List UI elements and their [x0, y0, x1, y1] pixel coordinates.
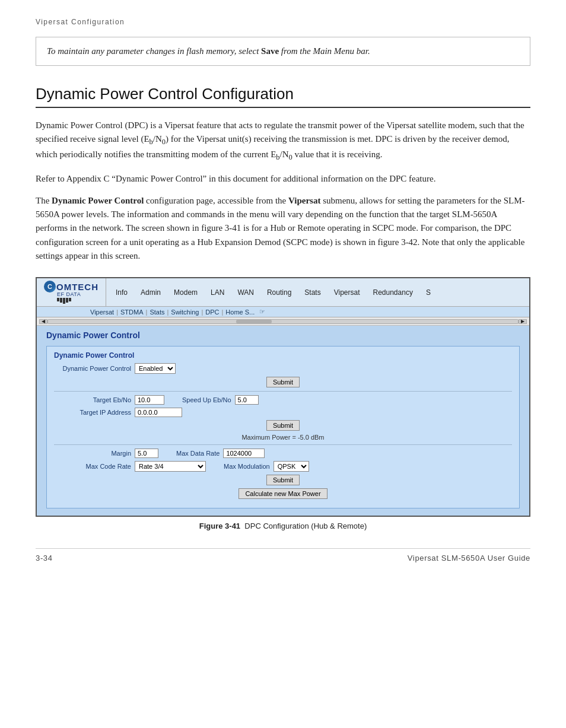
nav-item-vipersat[interactable]: Vipersat	[328, 285, 366, 300]
max-code-rate-select[interactable]: Rate 1/2 Rate 3/4 Rate 7/8	[135, 461, 206, 472]
notice-text-after: from the Main Menu bar.	[279, 46, 370, 56]
max-power-text: Maximum Power = -5.0 dBm	[54, 434, 512, 441]
comtech-bar-4	[66, 298, 68, 303]
nav-item-modem[interactable]: Modem	[168, 285, 203, 300]
calc-button[interactable]: Calculate new Max Power	[239, 488, 327, 499]
submit-button-2[interactable]: Submit	[266, 420, 300, 431]
paragraph-3: The Dynamic Power Control configuration …	[36, 194, 530, 263]
breadcrumb: Vipersat Configuration	[36, 18, 530, 26]
cursor-icon: ☞	[259, 308, 265, 316]
max-code-rate-label: Max Code Rate	[54, 463, 131, 470]
nav2-switching[interactable]: Switching	[171, 309, 199, 316]
nav-bar: C OMTECH EF DATA Info	[37, 278, 529, 307]
scroll-left-icon[interactable]: ◀	[39, 319, 47, 324]
dpc-label: Dynamic Power Control	[54, 365, 131, 372]
comtech-bar-2	[60, 298, 62, 303]
page-footer: 3-34 Vipersat SLM-5650A User Guide	[36, 548, 530, 562]
code-rate-row: Max Code Rate Rate 1/2 Rate 3/4 Rate 7/8…	[54, 461, 512, 472]
figure-caption: Figure 3-41 DPC Configuration (Hub & Rem…	[36, 522, 530, 530]
comtech-circle-icon: C	[44, 281, 56, 293]
dpc-section: Dynamic Power Control Dynamic Power Cont…	[46, 346, 520, 508]
footer-doc-title: Vipersat SLM-5650A User Guide	[408, 554, 530, 562]
dpc-select[interactable]: Enabled Disabled	[135, 363, 176, 374]
nav-item-info[interactable]: Info	[110, 285, 133, 300]
eb-no-row: Target Eb/No Speed Up Eb/No	[54, 395, 512, 405]
screenshot-wrapper: C OMTECH EF DATA Info	[36, 277, 530, 517]
footer-page-number: 3-34	[36, 554, 53, 562]
nav2-sep2: |	[146, 309, 148, 316]
comtech-c-letter: C	[47, 283, 52, 290]
dpc-form-row: Dynamic Power Control Enabled Disabled	[54, 363, 512, 374]
page-container: Vipersat Configuration To maintain any p…	[0, 0, 566, 728]
target-ebno-label: Target Eb/No	[54, 396, 131, 403]
comtech-bar-5	[69, 298, 71, 301]
nav-logo: C OMTECH EF DATA	[42, 278, 106, 306]
figure-label: Figure 3-41	[199, 522, 240, 530]
ip-row: Target IP Address	[54, 408, 512, 417]
divider-1	[54, 391, 512, 392]
comtech-top: C OMTECH	[44, 281, 98, 293]
scroll-thumb	[236, 320, 272, 323]
comtech-logo: C OMTECH EF DATA	[44, 281, 98, 304]
nav-item-admin[interactable]: Admin	[135, 285, 167, 300]
dpc-section-title: Dynamic Power Control	[54, 351, 512, 360]
nav2-sep4: |	[201, 309, 203, 316]
max-modulation-select[interactable]: QPSK 8PSK 16QAM	[274, 461, 309, 472]
submit-row-1: Submit	[54, 377, 512, 387]
nav-bar2: Vipersat | STDMA | Stats | Switching | D…	[37, 307, 529, 317]
nav-items: Info Admin Modem LAN WAN Routing Stats V…	[110, 278, 524, 306]
margin-label: Margin	[54, 450, 131, 457]
nav-item-stats[interactable]: Stats	[298, 285, 326, 300]
notice-text-before: To maintain any parameter changes in fla…	[47, 46, 261, 56]
target-ip-label: Target IP Address	[54, 409, 131, 416]
nav-item-redundancy[interactable]: Redundancy	[367, 285, 419, 300]
nav2-sep5: |	[221, 309, 223, 316]
submit-button-1[interactable]: Submit	[266, 377, 300, 387]
nav-item-routing[interactable]: Routing	[261, 285, 297, 300]
comtech-name: OMTECH	[56, 282, 98, 292]
target-ip-input[interactable]	[135, 408, 182, 417]
max-data-rate-label: Max Data Rate	[176, 450, 220, 457]
target-ebno-input[interactable]	[135, 395, 164, 405]
scroll-track	[47, 319, 519, 324]
divider-2	[54, 444, 512, 445]
submit-row-3: Submit	[54, 475, 512, 485]
paragraph-1: Dynamic Power Control (DPC) is a Vipersa…	[36, 119, 530, 164]
comtech-sub: EF DATA	[57, 291, 81, 297]
notice-box: To maintain any parameter changes in fla…	[36, 37, 530, 66]
paragraph-2: Refer to Appendix C “Dynamic Power Contr…	[36, 172, 530, 186]
nav-item-s[interactable]: S	[420, 285, 437, 300]
nav2-sep1: |	[116, 309, 118, 316]
speed-up-input[interactable]	[235, 395, 259, 405]
nav2-homes[interactable]: Home S...	[225, 309, 255, 316]
ui-page-title: Dynamic Power Control	[46, 330, 520, 340]
section-title: Dynamic Power Control Configuration	[36, 85, 530, 108]
max-modulation-label: Max Modulation	[224, 463, 270, 470]
notice-bold: Save	[261, 46, 279, 56]
nav2-stats[interactable]: Stats	[150, 309, 164, 316]
nav2-vipersat[interactable]: Vipersat	[90, 309, 114, 316]
scroll-bar-top: ◀ ▶	[37, 317, 529, 326]
submit-row-2: Submit	[54, 420, 512, 431]
margin-row: Margin Max Data Rate	[54, 449, 512, 458]
margin-input[interactable]	[135, 449, 158, 458]
submit-button-3[interactable]: Submit	[266, 475, 300, 485]
nav-item-wan[interactable]: WAN	[231, 285, 260, 300]
nav2-stdma[interactable]: STDMA	[120, 309, 144, 316]
nav2-sep3: |	[167, 309, 168, 316]
max-data-rate-input[interactable]	[223, 449, 265, 458]
comtech-bar-1	[57, 298, 59, 301]
nav2-dpc[interactable]: DPC	[205, 309, 219, 316]
main-content: Dynamic Power Control Dynamic Power Cont…	[37, 326, 529, 516]
nav-item-lan[interactable]: LAN	[205, 285, 230, 300]
comtech-bar-3	[63, 298, 65, 304]
calc-row: Calculate new Max Power	[54, 488, 512, 499]
speed-up-label: Speed Up Eb/No	[182, 396, 231, 403]
scroll-right-icon[interactable]: ▶	[519, 319, 527, 324]
comtech-bars-icon	[57, 298, 71, 304]
figure-description: DPC Configuration (Hub & Remote)	[244, 522, 367, 530]
